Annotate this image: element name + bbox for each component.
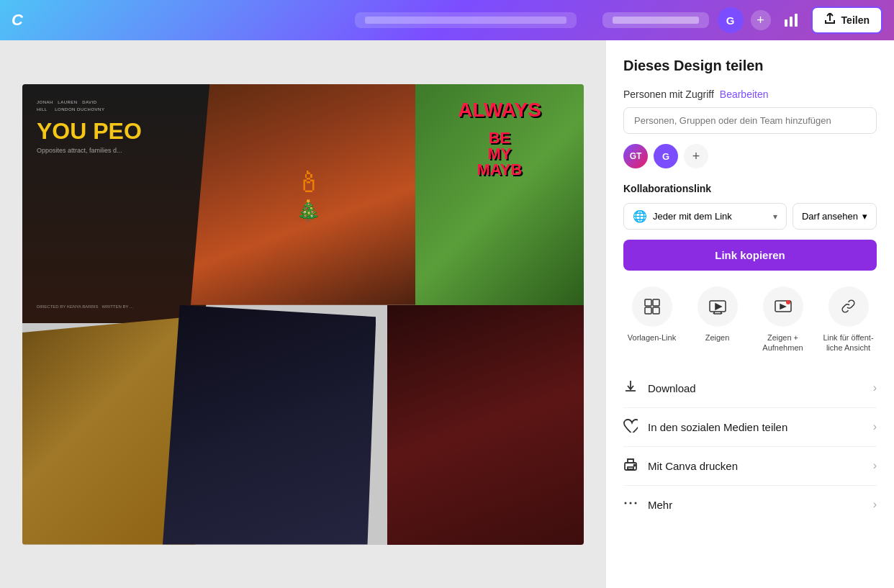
social-chevron-icon: › [873, 420, 877, 433]
header-title-area[interactable] [355, 12, 577, 28]
couple-scene [163, 305, 376, 545]
movie-collage: JONAH LAUREN DAVID HILL LONDON DUCHOVNY … [22, 84, 584, 545]
svg-point-15 [625, 502, 627, 504]
share-panel: Dieses Design teilen Personen mit Zugrif… [606, 40, 894, 588]
be-my-text: BEMYMAYB [424, 130, 575, 178]
svg-rect-2 [795, 14, 798, 27]
download-chevron-icon: › [873, 381, 877, 394]
concert-scene: ALWAYS BEMYMAYB [415, 84, 584, 315]
present-record-button[interactable]: Zeigen +Aufnehmen [754, 286, 811, 353]
main-content: 🔒 JONAH LAUREN DAVID HILL LONDON DUCHOVN… [0, 40, 894, 588]
film-title: YOU PEO [37, 119, 142, 143]
social-share-icon [623, 418, 638, 436]
analytics-button[interactable] [778, 7, 804, 33]
print-chevron-icon: › [873, 459, 877, 472]
more-chevron-icon: › [873, 498, 877, 511]
header-title-text [365, 17, 566, 24]
link-option-text: Jeder mit dem Link [653, 211, 767, 222]
film-director: DIRECTED BY KENYA BARRIS WRITTEN BY ... [37, 304, 133, 309]
copy-link-button[interactable]: Link kopieren [623, 240, 877, 271]
svg-rect-0 [785, 19, 787, 27]
add-avatar-button[interactable]: + [684, 144, 708, 168]
svg-rect-13 [628, 467, 633, 469]
download-label: Download [648, 382, 873, 394]
people-input[interactable] [623, 107, 877, 134]
chevron-down-icon: ▾ [773, 212, 777, 222]
avatar-gt: GT [623, 144, 648, 168]
canvas-area: 🔒 JONAH LAUREN DAVID HILL LONDON DUCHOVN… [0, 40, 606, 588]
design-canvas: 🔒 JONAH LAUREN DAVID HILL LONDON DUCHOVN… [22, 84, 584, 545]
template-link-button[interactable]: Vorlagen-Link [623, 286, 680, 353]
print-item[interactable]: Mit Canva drucken › [623, 446, 877, 485]
add-people-button[interactable]: + [751, 10, 771, 30]
view-permission-select[interactable]: Darf ansehen ▾ [793, 203, 877, 230]
download-icon [623, 379, 638, 397]
header-left: C [12, 11, 23, 30]
panel-title: Dieses Design teilen [623, 58, 877, 74]
film-subtitle: Opposites attract, families d... [37, 147, 122, 154]
present-record-icon [763, 286, 803, 327]
bar-scene [387, 305, 584, 545]
fireplace-scene: 🕯 🎄 [191, 84, 427, 305]
share-icon [824, 13, 836, 27]
collab-title: Kollaborationslink [623, 183, 877, 194]
social-share-item[interactable]: In den sozialen Medien teilen › [623, 407, 877, 446]
present-record-label: Zeigen +Aufnehmen [762, 333, 803, 353]
public-link-button[interactable]: Link für öffent-liche Ansicht [820, 286, 877, 353]
action-list: Download › In den sozialen Medien teilen… [623, 369, 877, 524]
share-button[interactable]: Teilen [811, 6, 882, 34]
user-avatar[interactable]: G [718, 7, 744, 33]
print-icon [623, 457, 638, 475]
svg-rect-4 [653, 299, 659, 306]
present-label: Zeigen [705, 333, 730, 343]
header: C G + Teilen [0, 0, 894, 40]
film-cast: JONAH LAUREN DAVID HILL LONDON DUCHOVNY [37, 99, 104, 114]
present-button[interactable]: Zeigen [689, 286, 746, 353]
edit-access-link[interactable]: Bearbeiten [720, 89, 769, 100]
svg-marker-8 [715, 304, 721, 309]
access-label-row: Personen mit Zugriff Bearbeiten [623, 89, 877, 100]
svg-rect-6 [653, 307, 659, 314]
svg-point-17 [635, 502, 637, 504]
svg-point-14 [634, 464, 636, 466]
access-label-text: Personen mit Zugriff [623, 89, 714, 100]
view-option-text: Darf ansehen [802, 211, 858, 222]
svg-marker-11 [780, 304, 785, 309]
canva-logo: C [12, 11, 23, 30]
chevron-down-icon-2: ▾ [862, 211, 867, 222]
download-item[interactable]: Download › [623, 369, 877, 407]
avatar-g: G [654, 144, 678, 168]
collab-controls: 🌐 Jeder mit dem Link ▾ Darf ansehen ▾ [623, 203, 877, 230]
svg-rect-1 [790, 17, 793, 27]
action-icon-grid: Vorlagen-Link Zeigen [623, 286, 877, 353]
template-link-label: Vorlagen-Link [628, 333, 676, 343]
more-label: Mehr [648, 499, 873, 511]
public-link-label: Link für öffent-liche Ansicht [823, 333, 873, 353]
header-right: G + Teilen [718, 6, 882, 34]
svg-point-10 [786, 300, 790, 304]
svg-rect-5 [645, 307, 651, 314]
print-label: Mit Canva drucken [648, 460, 873, 472]
svg-rect-3 [645, 299, 651, 306]
template-link-icon [632, 286, 672, 327]
always-text: ALWAYS [424, 93, 575, 127]
more-icon [623, 496, 638, 514]
social-share-label: In den sozialen Medien teilen [648, 421, 873, 433]
svg-point-16 [630, 502, 632, 504]
avatar-row: GT G + [623, 144, 877, 168]
header-tab[interactable] [602, 12, 709, 28]
more-item[interactable]: Mehr › [623, 485, 877, 524]
globe-icon: 🌐 [633, 209, 647, 223]
present-icon [697, 286, 738, 327]
public-link-icon [828, 286, 869, 327]
link-access-select[interactable]: 🌐 Jeder mit dem Link ▾ [623, 203, 787, 230]
